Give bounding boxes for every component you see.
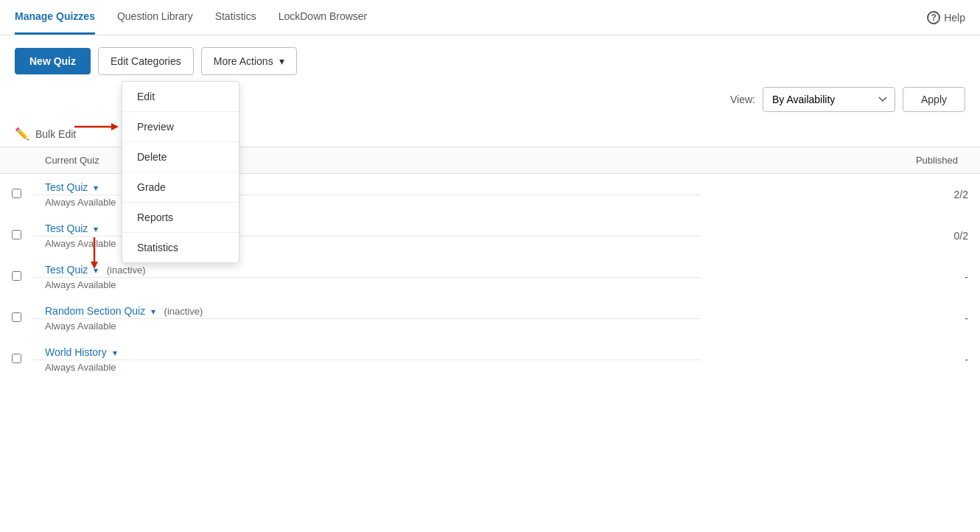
help-button[interactable]: ? Help: [927, 11, 965, 24]
quiz-link-5[interactable]: World History: [45, 346, 107, 358]
red-arrow-preview: [71, 119, 119, 134]
question-icon: ?: [927, 11, 940, 24]
checkbox-3[interactable]: [12, 271, 21, 281]
quiz-link-2[interactable]: Test Quiz: [45, 223, 88, 234]
th-published: Published: [701, 147, 980, 174]
availability-5: Always Available: [33, 360, 701, 381]
quiz-link-4[interactable]: Random Section Quiz: [45, 305, 145, 317]
bulk-edit-label[interactable]: Bulk Edit: [35, 128, 76, 140]
menu-item-statistics[interactable]: Statistics: [122, 233, 239, 262]
toolbar: New Quiz Edit Categories More Actions ▾ …: [0, 35, 980, 87]
top-nav: Manage Quizzes Question Library Statisti…: [0, 0, 980, 35]
table-row: Random Section Quiz ▾ (inactive) -: [0, 298, 980, 319]
red-arrow-chevron: [87, 236, 102, 269]
checkbox-5[interactable]: [12, 354, 21, 363]
nav-statistics[interactable]: Statistics: [215, 0, 256, 35]
th-checkbox: [0, 147, 33, 174]
row-checkbox-4[interactable]: [0, 298, 33, 339]
chevron-down-icon: ▾: [279, 55, 284, 67]
menu-item-edit[interactable]: Edit: [122, 82, 239, 112]
row-checkbox-3[interactable]: [0, 256, 33, 298]
checkbox-4[interactable]: [12, 312, 21, 322]
edit-categories-button[interactable]: Edit Categories: [98, 47, 194, 75]
menu-item-delete[interactable]: Delete: [122, 142, 239, 172]
table-row: World History ▾ -: [0, 339, 980, 360]
published-val-3: -: [701, 256, 980, 298]
menu-item-grade[interactable]: Grade: [122, 172, 239, 203]
pencil-icon: ✏️: [15, 127, 29, 141]
row-checkbox-1[interactable]: [0, 174, 33, 216]
availability-4: Always Available: [33, 319, 701, 340]
view-select[interactable]: By Availability: [763, 87, 895, 112]
published-val-5: -: [701, 339, 980, 380]
quiz-chevron-3[interactable]: ▾: [91, 265, 101, 276]
published-val-4: -: [701, 298, 980, 339]
nav-question-library[interactable]: Question Library: [117, 0, 193, 35]
checkbox-1[interactable]: [12, 189, 21, 198]
menu-item-reports[interactable]: Reports: [122, 203, 239, 233]
preview-label: Preview: [137, 121, 174, 133]
quiz-name-cell-4: Random Section Quiz ▾ (inactive): [33, 298, 701, 319]
new-quiz-button[interactable]: New Quiz: [15, 48, 91, 74]
quiz-name-cell-5: World History ▾: [33, 339, 701, 360]
svg-marker-3: [91, 262, 98, 269]
quiz-chevron-1[interactable]: ▾: [91, 183, 101, 193]
menu-item-preview[interactable]: Preview: [122, 112, 239, 142]
quiz-chevron-5[interactable]: ▾: [110, 348, 120, 358]
availability-3: Always Available: [33, 278, 701, 298]
row-checkbox-2[interactable]: [0, 215, 33, 256]
more-actions-dropdown: Edit Preview Delete Grade Reports Statis…: [122, 81, 239, 263]
more-actions-button[interactable]: More Actions ▾: [201, 47, 297, 75]
quiz-link-3[interactable]: Test Quiz: [45, 264, 88, 276]
published-val-1: 2/2: [701, 174, 980, 216]
inactive-badge-4: (inactive): [161, 306, 203, 317]
nav-manage-quizzes[interactable]: Manage Quizzes: [15, 0, 95, 35]
quiz-link-1[interactable]: Test Quiz: [45, 181, 88, 193]
nav-lockdown-browser[interactable]: LockDown Browser: [279, 0, 368, 35]
published-val-2: 0/2: [701, 215, 980, 256]
apply-button[interactable]: Apply: [903, 87, 965, 112]
inactive-badge-3: (inactive): [104, 265, 145, 276]
row-checkbox-5[interactable]: [0, 339, 33, 380]
help-label: Help: [944, 12, 965, 24]
checkbox-2[interactable]: [12, 230, 21, 239]
quiz-chevron-2[interactable]: ▾: [91, 224, 101, 234]
quiz-chevron-4[interactable]: ▾: [148, 307, 158, 317]
more-actions-label: More Actions: [214, 55, 273, 67]
view-label: View:: [730, 94, 755, 105]
svg-marker-1: [111, 123, 119, 130]
